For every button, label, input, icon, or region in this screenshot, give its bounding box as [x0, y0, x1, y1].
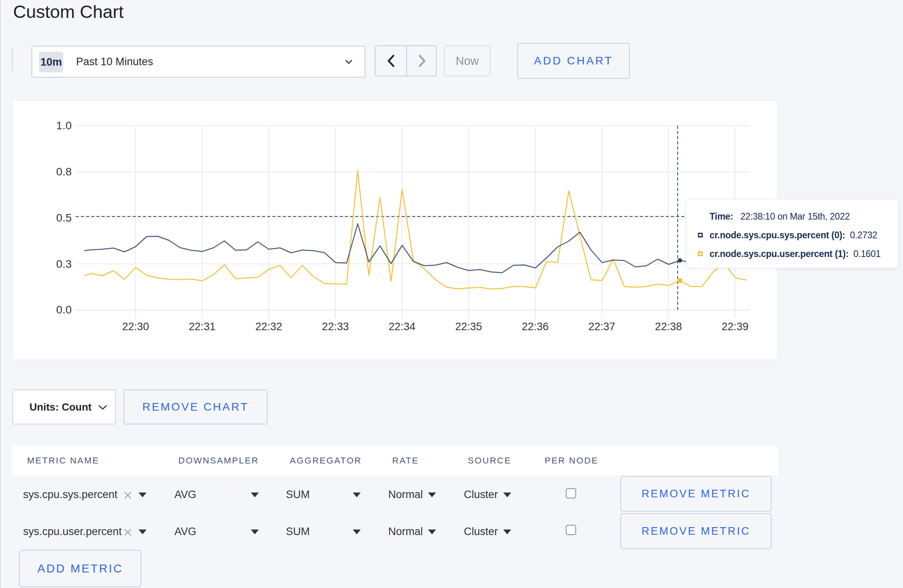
svg-text:0.5: 0.5: [56, 212, 72, 224]
svg-text:0.0: 0.0: [56, 304, 72, 316]
svg-text:22:37: 22:37: [588, 321, 616, 333]
svg-text:1.0: 1.0: [56, 119, 72, 132]
svg-text:22:38: 22:38: [655, 321, 682, 333]
svg-text:22:39: 22:39: [721, 321, 749, 333]
svg-text:22:31: 22:31: [189, 321, 216, 333]
svg-text:22:30: 22:30: [122, 321, 149, 333]
svg-text:22:35: 22:35: [455, 321, 482, 333]
svg-text:22:33: 22:33: [322, 321, 349, 333]
svg-text:22:34: 22:34: [389, 321, 416, 333]
svg-text:0.3: 0.3: [56, 258, 72, 270]
svg-text:22:32: 22:32: [255, 321, 282, 333]
svg-text:22:36: 22:36: [522, 321, 549, 333]
svg-text:0.8: 0.8: [56, 165, 72, 178]
